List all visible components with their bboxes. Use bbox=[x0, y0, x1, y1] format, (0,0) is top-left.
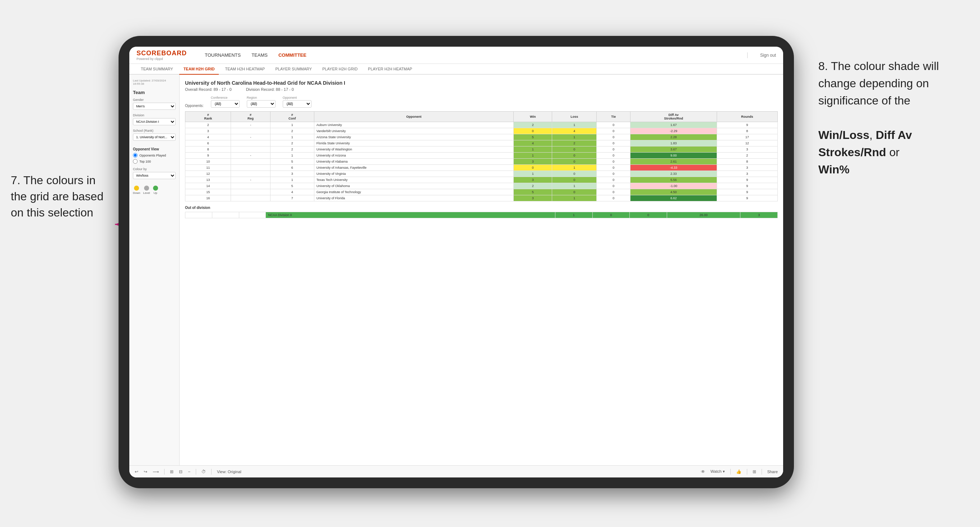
clock-icon[interactable]: ⏱ bbox=[202, 469, 206, 474]
od-conf bbox=[239, 212, 266, 218]
school-label: School (Rank) bbox=[133, 129, 176, 132]
toolbar-right: 👁 Watch ▾ 👍 ⊞ Share bbox=[701, 469, 778, 475]
cell-conf: 1 bbox=[270, 177, 314, 183]
subnav-player-h2h-grid[interactable]: PLAYER H2H GRID bbox=[318, 64, 362, 75]
region-filter: Region (All) bbox=[247, 96, 275, 108]
cell-loss: 0 bbox=[552, 146, 597, 152]
od-loss: 0 bbox=[592, 212, 630, 218]
legend-label-down: Down bbox=[133, 191, 140, 195]
cell-loss: 0 bbox=[552, 152, 597, 159]
forward-icon[interactable]: ⟶ bbox=[153, 469, 159, 474]
th-tie: Tie bbox=[597, 112, 630, 122]
opponent-view-title: Opponent View bbox=[133, 147, 176, 151]
share-grid-icon[interactable]: ⊞ bbox=[752, 469, 756, 474]
cell-opponent: Florida State University bbox=[314, 140, 513, 146]
gender-select[interactable]: Men's bbox=[133, 103, 176, 110]
cell-rounds: 8 bbox=[717, 159, 777, 165]
share-label[interactable]: Share bbox=[767, 470, 778, 474]
cell-reg bbox=[231, 165, 270, 171]
toolbar-sep6 bbox=[762, 469, 762, 475]
cell-opponent: University of Arizona bbox=[314, 152, 513, 159]
cell-tie: 0 bbox=[597, 183, 630, 189]
cell-diff: 9.00 bbox=[630, 152, 717, 159]
cell-loss: 1 bbox=[552, 122, 597, 128]
redo-icon[interactable]: ↪ bbox=[144, 469, 147, 474]
subnav-team-h2h-grid[interactable]: TEAM H2H GRID bbox=[179, 64, 219, 75]
subnav-player-h2h-heatmap[interactable]: PLAYER H2H HEATMAP bbox=[364, 64, 416, 75]
subnav-player-summary[interactable]: PLAYER SUMMARY bbox=[271, 64, 316, 75]
team-section-title: Team bbox=[133, 90, 176, 95]
cell-rounds: 12 bbox=[717, 140, 777, 146]
bottom-toolbar: ↩ ↪ ⟶ ⊞ ⊟ − ⏱ View: Original 👁 Watch ▾ 👍… bbox=[129, 465, 783, 478]
cell-diff: -4.33 bbox=[630, 165, 717, 171]
cell-loss: 0 bbox=[552, 189, 597, 195]
radio-opponents-played[interactable]: Opponents Played bbox=[133, 153, 176, 157]
colour-by-label: Colour by bbox=[133, 167, 176, 171]
legend-dot-down bbox=[134, 186, 139, 190]
od-rank bbox=[185, 212, 212, 218]
cell-rank: 15 bbox=[185, 189, 231, 195]
nav-committee[interactable]: COMMITTEE bbox=[278, 51, 306, 60]
grid-icon[interactable]: ⊟ bbox=[179, 469, 183, 474]
undo-icon[interactable]: ↩ bbox=[135, 469, 138, 474]
subnav-team-summary[interactable]: TEAM SUMMARY bbox=[137, 64, 177, 75]
radio-label-2: Top 100 bbox=[139, 160, 151, 163]
page-title: University of North Carolina Head-to-Hea… bbox=[185, 80, 778, 86]
cell-loss: 0 bbox=[552, 177, 597, 183]
cell-rounds: 3 bbox=[717, 165, 777, 171]
legend-label-level: Level bbox=[143, 191, 150, 195]
opp-select[interactable]: (All) bbox=[283, 100, 312, 108]
watch-label[interactable]: Watch ▾ bbox=[711, 469, 725, 474]
subnav-team-h2h-heatmap[interactable]: TEAM H2H HEATMAP bbox=[221, 64, 269, 75]
cell-conf: 5 bbox=[270, 159, 314, 165]
toolbar-sep4 bbox=[730, 469, 731, 475]
cell-tie: 0 bbox=[597, 177, 630, 183]
record-line: Overall Record: 89 - 17 - 0 Division Rec… bbox=[185, 87, 778, 92]
cell-rank: 4 bbox=[185, 134, 231, 140]
cell-diff: 1.67 bbox=[630, 122, 717, 128]
copy-icon[interactable]: ⊞ bbox=[170, 469, 173, 474]
cell-diff: 1.83 bbox=[630, 140, 717, 146]
cell-rank: 13 bbox=[185, 177, 231, 183]
cell-win: 0 bbox=[514, 128, 552, 134]
cell-conf: 3 bbox=[270, 171, 314, 177]
thumb-icon[interactable]: 👍 bbox=[736, 469, 741, 474]
cell-rank: 9 bbox=[185, 152, 231, 159]
th-diff: Diff AvStrokes/Rnd bbox=[630, 112, 717, 122]
minus-icon[interactable]: − bbox=[188, 469, 190, 474]
cell-opponent: Arizona State University bbox=[314, 134, 513, 140]
cell-conf: 5 bbox=[270, 183, 314, 189]
colour-by-select[interactable]: Win/loss bbox=[133, 172, 176, 179]
nav-tournaments[interactable]: TOURNAMENTS bbox=[205, 51, 241, 60]
cell-win: 4 bbox=[514, 140, 552, 146]
radio-top100[interactable]: Top 100 bbox=[133, 159, 176, 164]
od-tie: 0 bbox=[630, 212, 667, 218]
cell-reg: - bbox=[231, 177, 270, 183]
region-select[interactable]: (All) bbox=[247, 100, 275, 108]
cell-diff: 3.67 bbox=[630, 146, 717, 152]
eye-icon[interactable]: 👁 bbox=[701, 469, 705, 474]
toolbar-sep5 bbox=[747, 469, 747, 475]
opponents-filter-label: Opponents: bbox=[185, 104, 204, 108]
cell-reg bbox=[231, 146, 270, 152]
school-select[interactable]: 1. University of Nort... bbox=[133, 133, 176, 141]
table-header-row: #Rank #Reg #Conf Opponent Win Loss Tie D… bbox=[185, 112, 778, 122]
th-opponent: Opponent bbox=[314, 112, 513, 122]
cell-loss: 4 bbox=[552, 128, 597, 134]
out-division-row: NCAA Division II 1 0 0 26.00 3 bbox=[185, 212, 778, 218]
od-win: 1 bbox=[555, 212, 592, 218]
sign-out-button[interactable]: Sign out bbox=[760, 53, 776, 58]
cell-opponent: University of Alabama bbox=[314, 159, 513, 165]
opp-label: Opponent bbox=[283, 96, 312, 100]
nav-items: TOURNAMENTS TEAMS COMMITTEE bbox=[205, 51, 735, 60]
nav-teams[interactable]: TEAMS bbox=[251, 51, 267, 60]
cell-diff: 2.61 bbox=[630, 159, 717, 165]
division-select[interactable]: NCAA Division I bbox=[133, 118, 176, 125]
nav-separator bbox=[747, 52, 748, 58]
left-panel: Last Updated: 27/03/2024 16:55:38 Team G… bbox=[129, 75, 180, 465]
table-row: 13 - 1 Texas Tech University 3 0 0 5.56 … bbox=[185, 177, 778, 183]
sub-nav: TEAM SUMMARY TEAM H2H GRID TEAM H2H HEAT… bbox=[129, 64, 783, 75]
cell-tie: 0 bbox=[597, 134, 630, 140]
cell-rounds: 9 bbox=[717, 189, 777, 195]
conf-select[interactable]: (All) bbox=[211, 100, 240, 108]
